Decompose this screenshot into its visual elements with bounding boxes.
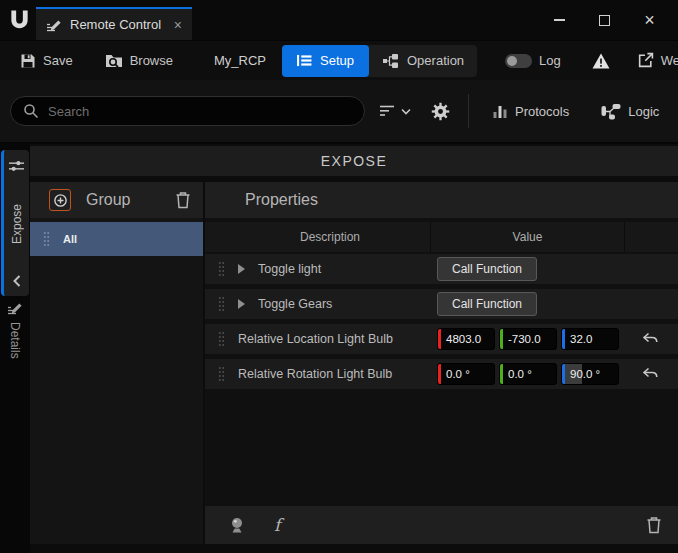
window-controls: × — [537, 0, 672, 40]
rotation-yaw-field[interactable]: 90.0 ° — [561, 363, 619, 385]
tab-remote-control[interactable]: Remote Control × — [36, 7, 192, 40]
web-button[interactable]: Web — [637, 52, 678, 69]
divider — [468, 94, 469, 128]
log-toggle-icon — [505, 54, 532, 68]
sidebar-tab-expose[interactable]: Expose — [1, 150, 29, 296]
setup-icon — [297, 54, 312, 67]
reset-to-default-button[interactable] — [642, 332, 659, 346]
group-panel-title: Group — [86, 191, 130, 209]
property-row-toggle-gears[interactable]: Toggle Gears Call Function — [205, 289, 678, 319]
properties-panel-title: Properties — [245, 191, 318, 209]
properties-panel: Properties Description Value Toggle ligh… — [205, 182, 678, 544]
location-z-field[interactable]: 32.0 — [561, 328, 619, 350]
function-icon[interactable]: f — [274, 515, 280, 535]
expose-panel-title: EXPOSE — [30, 146, 678, 176]
value-column-header: Value — [430, 222, 625, 252]
properties-bottom-bar: f — [205, 506, 678, 544]
tab-title: Remote Control — [70, 17, 166, 32]
group-item-label: All — [63, 233, 77, 245]
preset-name-button[interactable]: My_RCP — [214, 53, 266, 68]
property-description: Relative Location Light Bulb — [238, 332, 393, 346]
drag-grip-icon[interactable] — [218, 366, 225, 382]
logic-label: Logic — [628, 104, 659, 119]
properties-panel-header: Properties — [205, 182, 678, 218]
warnings-button[interactable] — [591, 52, 611, 70]
details-tab-label: Details — [8, 322, 22, 359]
expand-arrow-icon[interactable] — [238, 264, 245, 274]
add-group-button[interactable] — [49, 189, 71, 211]
property-description: Relative Rotation Light Bulb — [238, 367, 392, 381]
close-icon: × — [644, 11, 655, 29]
search-toolbar: Search — [0, 80, 678, 144]
call-function-button[interactable]: Call Function — [437, 257, 537, 281]
location-y-value: -730.0 — [508, 333, 541, 345]
details-edit-icon — [7, 300, 23, 316]
sidebar-tab-details[interactable]: Details — [0, 300, 30, 359]
group-item-all[interactable]: All — [30, 222, 203, 256]
minimize-button[interactable] — [537, 0, 582, 40]
delete-property-button[interactable] — [646, 516, 662, 534]
filter-icon[interactable] — [379, 105, 395, 117]
edit-icon — [46, 17, 62, 33]
rotation-roll-field[interactable]: 0.0 ° — [437, 363, 495, 385]
side-rail: Expose Details — [0, 144, 30, 553]
axis-x-bar — [438, 364, 441, 384]
call-function-button[interactable]: Call Function — [437, 292, 537, 316]
web-label: Web — [661, 53, 678, 68]
search-icon — [23, 103, 39, 119]
reset-to-default-button[interactable] — [642, 367, 659, 381]
settings-gear-icon[interactable] — [431, 102, 450, 121]
rotation-roll-value: 0.0 ° — [446, 368, 470, 380]
delete-group-button[interactable] — [175, 191, 191, 209]
axis-z-bar — [562, 329, 565, 349]
property-description: Toggle light — [258, 262, 321, 276]
drag-grip-icon[interactable] — [218, 296, 225, 312]
tab-close-icon[interactable]: × — [174, 18, 182, 32]
group-panel-header: Group — [30, 182, 203, 218]
collapse-icon[interactable] — [13, 275, 21, 287]
expand-arrow-icon[interactable] — [238, 299, 245, 309]
panel-body: Expose Details EXPOSE — [0, 144, 678, 553]
search-input[interactable]: Search — [10, 96, 365, 126]
operation-icon — [382, 53, 399, 69]
save-label: Save — [43, 53, 73, 68]
property-description: Toggle Gears — [258, 297, 332, 311]
location-y-field[interactable]: -730.0 — [499, 328, 557, 350]
sliders-icon — [8, 159, 25, 173]
chevron-down-icon[interactable] — [401, 108, 411, 115]
logic-button[interactable]: Logic — [601, 103, 659, 120]
warning-icon — [591, 52, 611, 70]
save-icon — [20, 53, 36, 69]
drag-grip-icon[interactable] — [43, 231, 50, 247]
protocols-button[interactable]: Protocols — [493, 104, 569, 119]
tab-operation[interactable]: Operation — [369, 45, 477, 77]
tab-setup[interactable]: Setup — [282, 45, 369, 77]
axis-z-bar — [562, 364, 565, 384]
drag-grip-icon[interactable] — [218, 331, 225, 347]
save-button[interactable]: Save — [20, 53, 73, 69]
maximize-icon — [599, 15, 610, 26]
group-list: All — [30, 218, 203, 544]
maximize-button[interactable] — [582, 0, 627, 40]
property-row-relative-rotation[interactable]: Relative Rotation Light Bulb 0.0 ° 0.0 °… — [205, 359, 678, 389]
close-button[interactable]: × — [627, 0, 672, 40]
axis-x-bar — [438, 329, 441, 349]
add-group-icon — [53, 193, 68, 208]
log-toggle[interactable]: Log — [505, 53, 561, 68]
drag-grip-icon[interactable] — [218, 261, 225, 277]
location-z-value: 32.0 — [570, 333, 592, 345]
operation-label: Operation — [407, 53, 464, 68]
property-row-relative-location[interactable]: Relative Location Light Bulb 4803.0 -730… — [205, 324, 678, 354]
camera-icon[interactable] — [227, 516, 247, 534]
location-x-value: 4803.0 — [446, 333, 481, 345]
minimize-icon — [554, 19, 565, 21]
browse-icon — [105, 53, 123, 69]
location-x-field[interactable]: 4803.0 — [437, 328, 495, 350]
description-column-header: Description — [230, 222, 430, 252]
search-placeholder: Search — [48, 104, 89, 119]
rotation-pitch-field[interactable]: 0.0 ° — [499, 363, 557, 385]
browse-button[interactable]: Browse — [105, 53, 173, 69]
property-row-toggle-light[interactable]: Toggle light Call Function — [205, 254, 678, 284]
expose-tab-label: Expose — [10, 204, 24, 244]
remote-control-window: Remote Control × × Save — [0, 0, 678, 553]
